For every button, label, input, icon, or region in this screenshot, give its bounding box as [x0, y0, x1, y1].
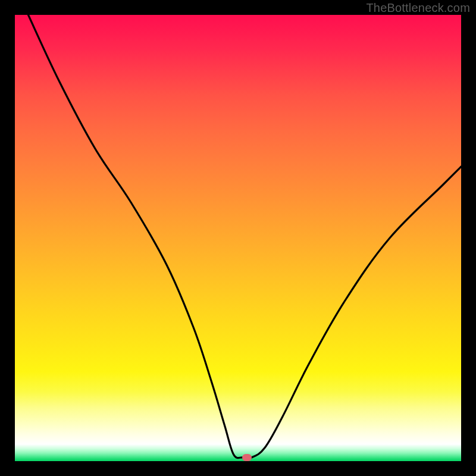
chart-frame: TheBottleneck.com — [0, 0, 476, 476]
optimum-marker — [242, 454, 252, 461]
curve-path — [29, 15, 462, 459]
bottleneck-curve — [15, 15, 461, 461]
plot-area — [15, 15, 461, 461]
watermark-text: TheBottleneck.com — [366, 1, 470, 15]
